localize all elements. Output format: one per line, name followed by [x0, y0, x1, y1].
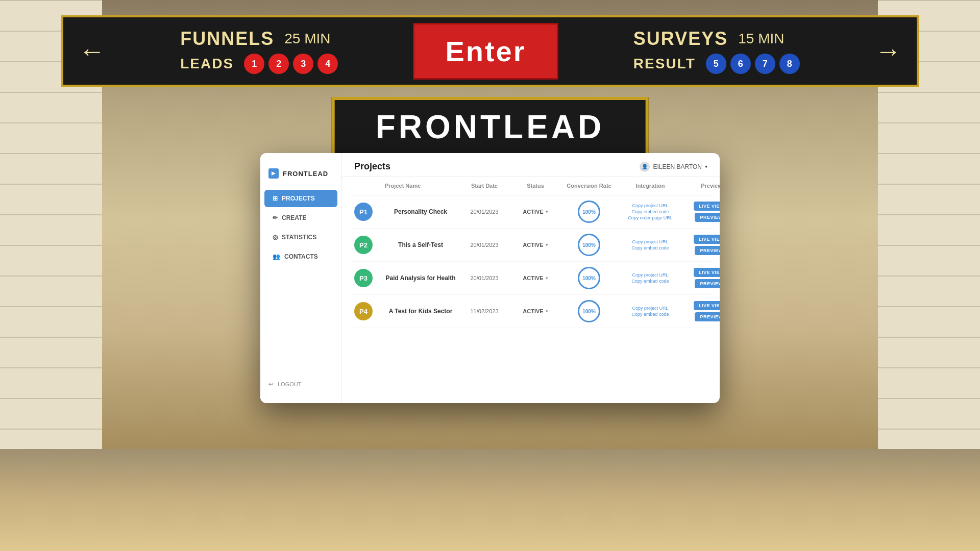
- conversion-circle-p3: 100%: [578, 267, 600, 289]
- copy-order-page-p1[interactable]: Copy order page URL: [628, 215, 673, 220]
- chevron-down-icon: ▾: [705, 164, 707, 169]
- frontlead-sign-text: FRONTLEAD: [376, 109, 605, 145]
- live-view-button-p2[interactable]: LIVE VIEW: [694, 235, 720, 244]
- copy-project-url-p1[interactable]: Copy project URL: [632, 203, 668, 208]
- funnels-row: FUNNELS 25 MIN: [180, 28, 338, 49]
- logo-area: FRONTLEAD: [260, 163, 341, 189]
- logo-icon: [268, 168, 279, 179]
- project-date-p4: 11/02/2023: [456, 308, 512, 314]
- preview-button-p4[interactable]: PREVIEW: [695, 312, 720, 321]
- sidebar-item-statistics[interactable]: ◎ STATISTICS: [264, 229, 337, 246]
- status-badge-p2: ACTIVE ▾: [512, 242, 558, 248]
- main-content: Projects 👤 EILEEN BARTON ▾ Project Name …: [342, 153, 720, 403]
- sidebar-bottom: ↩ LOGOUT: [260, 375, 341, 393]
- copy-project-url-p2[interactable]: Copy project URL: [632, 239, 668, 244]
- table-row: P3 Paid Analysis for Health 20/01/2023 A…: [350, 262, 712, 295]
- copy-project-url-p4[interactable]: Copy project URL: [632, 306, 668, 311]
- conversion-circle-p4: 100%: [578, 300, 600, 322]
- project-date-p3: 20/01/2023: [456, 275, 512, 281]
- preview-button-p1[interactable]: PREVIEW: [695, 213, 720, 222]
- pencil-icon: ✏: [273, 214, 278, 221]
- app-window: FRONTLEAD ⊞ PROJECTS ✏ CREATE ◎ STATISTI…: [260, 153, 720, 403]
- status-chevron-p3[interactable]: ▾: [546, 276, 548, 281]
- result-title: RESULT: [633, 56, 696, 72]
- copy-embed-code-p4[interactable]: Copy embed code: [631, 312, 669, 317]
- copy-project-url-p3[interactable]: Copy project URL: [632, 272, 668, 278]
- user-info[interactable]: 👤 EILEEN BARTON ▾: [640, 162, 707, 172]
- surveys-time: 15 MIN: [738, 31, 784, 47]
- col-header-preview: Preview: [681, 183, 720, 189]
- badge-5: 5: [706, 54, 726, 74]
- integration-links-p4: Copy project URL Copy embed code: [620, 306, 681, 317]
- funnels-time: 25 MIN: [284, 31, 330, 47]
- project-avatar-p4: P4: [354, 302, 373, 320]
- live-view-button-p1[interactable]: LIVE VIEW: [694, 202, 720, 211]
- status-text-p3: ACTIVE: [523, 275, 543, 281]
- status-text-p4: ACTIVE: [523, 308, 543, 314]
- status-text-p1: ACTIVE: [523, 209, 543, 215]
- projects-table: Project Name Start Date Status Conversio…: [342, 177, 720, 403]
- col-header-conversion: Conversion Rate: [558, 183, 620, 189]
- project-name-p2: This a Self-Test: [385, 241, 456, 248]
- status-chevron-p4[interactable]: ▾: [546, 309, 548, 314]
- status-text-p2: ACTIVE: [523, 242, 543, 248]
- status-chevron-p1[interactable]: ▾: [546, 209, 548, 214]
- status-chevron-p2[interactable]: ▾: [546, 242, 548, 247]
- integration-links-p3: Copy project URL Copy embed code: [620, 272, 681, 284]
- sidebar-item-create[interactable]: ✏ CREATE: [264, 209, 337, 227]
- preview-button-p2[interactable]: PREVIEW: [695, 246, 720, 255]
- surveys-row: SURVEYS 15 MIN: [633, 28, 800, 49]
- logout-icon: ↩: [268, 381, 274, 388]
- chart-icon: ◎: [273, 234, 278, 241]
- enter-button[interactable]: Enter: [413, 23, 558, 80]
- preview-button-p3[interactable]: PREVIEW: [695, 279, 720, 288]
- project-date-p1: 20/01/2023: [456, 209, 512, 215]
- status-badge-p4: ACTIVE ▾: [512, 308, 558, 314]
- sidebar-item-projects-label: PROJECTS: [282, 195, 315, 202]
- user-avatar: 👤: [640, 162, 650, 172]
- sidebar-item-statistics-label: STATISTICS: [282, 234, 316, 241]
- copy-embed-code-p3[interactable]: Copy embed code: [631, 279, 669, 284]
- integration-links-p2: Copy project URL Copy embed code: [620, 239, 681, 251]
- sidebar-item-contacts-label: CONTACTS: [284, 253, 318, 260]
- conversion-circle-p1: 100%: [578, 201, 600, 223]
- logout-button[interactable]: ↩ LOGOUT: [268, 381, 333, 388]
- people-icon: 👥: [273, 253, 280, 260]
- copy-embed-code-p1[interactable]: Copy embed code: [631, 209, 669, 214]
- user-name: EILEEN BARTON: [653, 163, 702, 170]
- col-header-avatar: [354, 183, 385, 189]
- table-row: P1 Personality Check 20/01/2023 ACTIVE ▾…: [350, 195, 712, 229]
- badge-4: 4: [317, 54, 338, 74]
- table-row: P4 A Test for Kids Sector 11/02/2023 ACT…: [350, 295, 712, 328]
- preview-actions-p2: LIVE VIEW PREVIEW: [681, 235, 720, 255]
- project-date-p2: 20/01/2023: [456, 242, 512, 248]
- copy-embed-code-p2[interactable]: Copy embed code: [631, 245, 669, 251]
- badge-2: 2: [268, 54, 289, 74]
- project-name-p3: Paid Analysis for Health: [385, 274, 456, 282]
- live-view-button-p3[interactable]: LIVE VIEW: [694, 268, 720, 277]
- content-header: Projects 👤 EILEEN BARTON ▾: [342, 153, 720, 177]
- project-avatar-p1: P1: [354, 203, 373, 221]
- result-row: RESULT 5 6 7 8: [633, 54, 800, 74]
- live-view-button-p4[interactable]: LIVE VIEW: [694, 301, 720, 310]
- sidebar-item-contacts[interactable]: 👥 CONTACTS: [264, 248, 337, 265]
- badge-3: 3: [293, 54, 313, 74]
- funnels-title: FUNNELS: [180, 28, 274, 49]
- badge-8: 8: [779, 54, 800, 74]
- project-name-p4: A Test for Kids Sector: [385, 308, 456, 315]
- leads-row: LEADS 1 2 3 4: [180, 54, 338, 74]
- left-arrow-icon: ←: [79, 36, 105, 66]
- frontlead-sign: FRONTLEAD: [332, 97, 649, 157]
- app-window-inner: FRONTLEAD ⊞ PROJECTS ✏ CREATE ◎ STATISTI…: [260, 153, 720, 403]
- sidebar: FRONTLEAD ⊞ PROJECTS ✏ CREATE ◎ STATISTI…: [260, 153, 342, 403]
- badge-7: 7: [755, 54, 775, 74]
- svg-marker-0: [272, 171, 276, 176]
- surveys-title: SURVEYS: [633, 28, 728, 49]
- project-name-p1: Personality Check: [385, 208, 456, 215]
- leads-badges: 1 2 3 4: [244, 54, 338, 74]
- preview-actions-p1: LIVE VIEW PREVIEW: [681, 202, 720, 222]
- project-avatar-p3: P3: [354, 269, 373, 287]
- status-badge-p3: ACTIVE ▾: [512, 275, 558, 281]
- sidebar-item-projects[interactable]: ⊞ PROJECTS: [264, 190, 337, 207]
- badge-6: 6: [730, 54, 751, 74]
